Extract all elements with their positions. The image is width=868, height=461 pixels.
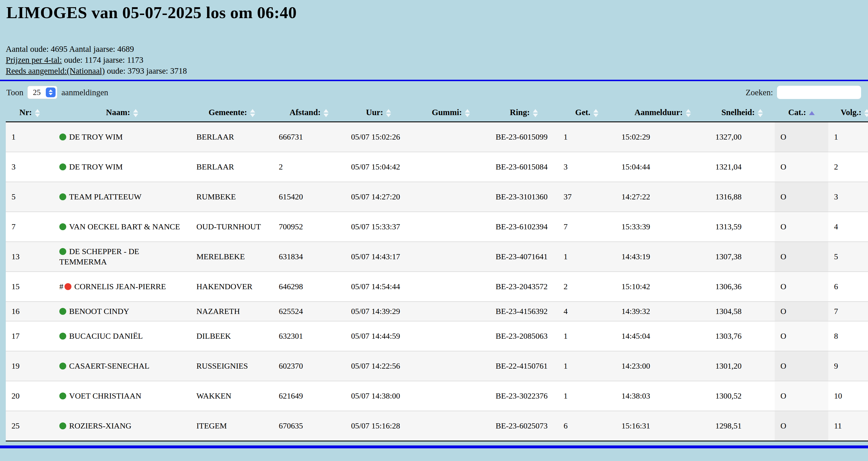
red-status-dot-icon [64,283,71,290]
column-header-gemeente[interactable]: Gemeente: [191,104,273,122]
cell-snelheid: 1298,51 [710,411,775,441]
page-title: LIMOGES van 05-07-2025 los om 06:40 [6,3,868,22]
column-header-volg[interactable]: Volg.: [828,104,868,122]
cell-afstand: 615420 [273,182,345,212]
cell-uur: 05/07 14:54:44 [345,272,412,302]
cell-get: 7 [558,212,616,242]
cell-gemeente: RUMBEKE [191,182,273,212]
cell-get: 3 [558,152,616,182]
cell-nr: 7 [6,212,54,242]
cell-gemeente: NAZARETH [191,302,273,321]
green-status-dot-icon [59,193,66,200]
search-control: Zoeken: [746,86,861,99]
green-status-dot-icon [59,248,66,255]
cell-gummi [412,321,490,351]
table-row: 1DE TROY WIMBERLAAR66673105/07 15:02:26B… [6,122,868,152]
cell-aanmelduur: 15:33:39 [616,212,710,242]
cell-gemeente: RUSSEIGNIES [191,351,273,381]
cell-gummi [412,302,490,321]
column-header-get[interactable]: Get. [558,104,616,122]
cell-ring: BE-23-4071641 [490,242,558,272]
table-head: Nr:Naam:Gemeente:Afstand:Uur:Gummi:Ring:… [6,104,868,122]
cell-gummi [412,182,490,212]
fancier-name: CORNELIS JEAN-PIERRE [74,282,166,291]
cell-volg: 10 [828,381,868,411]
cell-uur: 05/07 14:38:00 [345,381,412,411]
cell-cat: O [775,242,828,272]
green-status-dot-icon [59,308,66,315]
table-row: 17BUCACIUC DANIËLDILBEEK63230105/07 14:4… [6,321,868,351]
search-input[interactable] [777,86,861,99]
cell-uur: 05/07 14:39:29 [345,302,412,321]
column-header-label: Aanmelduur: [634,108,683,117]
green-status-dot-icon [59,134,66,140]
cell-naam: TEAM PLATTEEUW [54,182,191,212]
column-header-snelheid[interactable]: Snelheid: [710,104,775,122]
green-status-dot-icon [59,163,66,170]
cell-nr: 3 [6,152,54,182]
cell-aanmelduur: 14:43:19 [616,242,710,272]
stat-underline: Prijzen per 4-tal: [6,55,62,64]
cell-afstand: 631834 [273,242,345,272]
race-stats: Aantal oude: 4695 Aantal jaarse: 4689 Pr… [6,43,868,76]
sort-icon [323,109,329,117]
sort-icon [533,109,538,117]
column-header-aanmelduur[interactable]: Aanmelduur: [616,104,710,122]
cell-cat: O [775,381,828,411]
sort-icon [465,109,470,117]
cell-get: 1 [558,381,616,411]
fancier-name: TEAM PLATTEEUW [69,192,142,201]
sort-icon [864,109,868,117]
column-header-label: Gummi: [432,108,462,117]
cell-aanmelduur: 15:10:42 [616,272,710,302]
column-header-naam[interactable]: Naam: [54,104,191,122]
cell-cat: O [775,272,828,302]
cell-ring: BE-23-4156392 [490,302,558,321]
column-header-afstand[interactable]: Afstand: [273,104,345,122]
select-stepper-icon [46,88,56,97]
cell-aanmelduur: 15:16:31 [616,411,710,441]
cell-volg: 4 [828,212,868,242]
column-header-label: Get. [575,108,590,117]
cell-get: 6 [558,411,616,441]
cell-gemeente: BERLAAR [191,122,273,152]
table-toolbar: Toon 25 aanmeldingen Zoeken: [6,86,861,99]
sort-icon [593,109,598,117]
cell-naam: DE TROY WIM [54,122,191,152]
cell-gummi [412,272,490,302]
table-body: 1DE TROY WIMBERLAAR66673105/07 15:02:26B… [6,122,868,441]
cell-afstand: 2 [273,152,345,182]
column-header-cat[interactable]: Cat.: [775,104,828,122]
column-header-uur[interactable]: Uur: [345,104,412,122]
cell-cat: O [775,321,828,351]
cell-gemeente: BERLAAR [191,152,273,182]
marker-prefix: # [59,282,63,291]
cell-nr: 19 [6,351,54,381]
bottom-divider [0,446,868,448]
table-row: 15#CORNELIS JEAN-PIERREHAKENDOVER6462980… [6,272,868,302]
cell-gemeente: OUD-TURNHOUT [191,212,273,242]
green-status-dot-icon [59,333,66,339]
table-header-row: Nr:Naam:Gemeente:Afstand:Uur:Gummi:Ring:… [6,104,868,122]
cell-nr: 15 [6,272,54,302]
cell-afstand: 602370 [273,351,345,381]
cell-naam: CASAERT-SENECHAL [54,351,191,381]
column-header-label: Ring: [510,108,530,117]
cell-ring: BE-22-4150761 [490,351,558,381]
cell-aanmelduur: 14:23:00 [616,351,710,381]
column-header-gummi[interactable]: Gummi: [412,104,490,122]
show-entries-select[interactable]: 25 [27,86,57,99]
cell-volg: 2 [828,152,868,182]
table-row: 20VOET CHRISTIAANWAKKEN62164905/07 14:38… [6,381,868,411]
cell-gummi [412,381,490,411]
cell-uur: 05/07 15:02:26 [345,122,412,152]
show-entries-control: Toon 25 aanmeldingen [6,86,108,99]
column-header-label: Gemeente: [209,108,247,117]
cell-uur: 05/07 14:44:59 [345,321,412,351]
column-header-nr[interactable]: Nr: [6,104,54,122]
cell-uur: 05/07 15:33:37 [345,212,412,242]
table-row: 19CASAERT-SENECHALRUSSEIGNIES60237005/07… [6,351,868,381]
cell-snelheid: 1307,38 [710,242,775,272]
column-header-ring[interactable]: Ring: [490,104,558,122]
cell-afstand: 700952 [273,212,345,242]
